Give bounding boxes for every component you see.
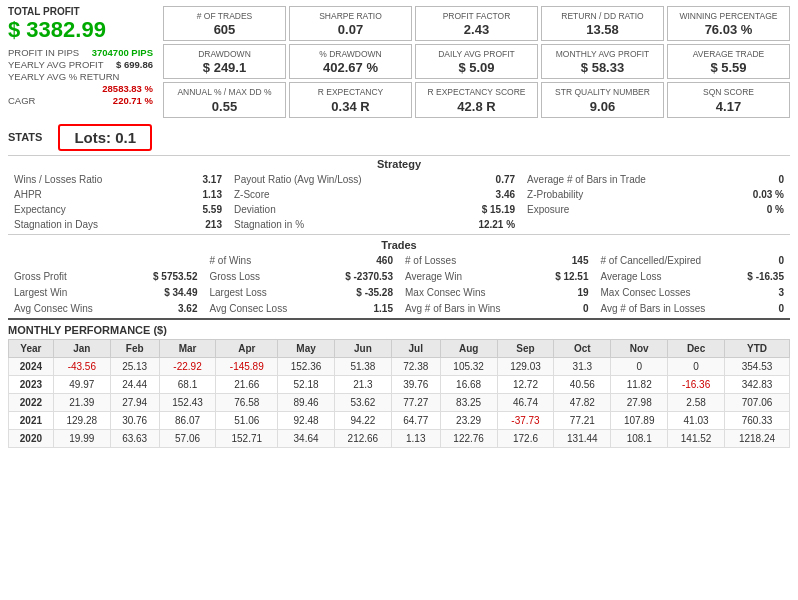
monthly-cell: 68.1 [159,375,216,393]
monthly-cell: 47.82 [554,393,611,411]
stat-pct-drawdown: % DRAWDOWN 402.67 % [289,44,412,79]
strategy-table: Wins / Losses Ratio 3.17 Payout Ratio (A… [8,172,790,232]
trades-cancelled-cell: # of Cancelled/Expired 0 [595,253,791,268]
stat-return-dd: RETURN / DD RATIO 13.58 [541,6,664,41]
monthly-cell: -37.73 [497,411,554,429]
monthly-cell: 129.28 [53,411,110,429]
monthly-cell: 19.99 [53,429,110,447]
monthly-cell: 172.6 [497,429,554,447]
monthly-cell: 16.68 [440,375,497,393]
yearly-avg-value: $ 699.86 [116,59,153,70]
monthly-cell: 1218.24 [725,429,790,447]
month-col-may: May [278,339,335,357]
monthly-cell: 122.76 [440,429,497,447]
avg-win-cell: Average Win $ 12.51 [399,269,595,284]
monthly-cell: 34.64 [278,429,335,447]
monthly-cell: 76.58 [216,393,278,411]
monthly-cell: 760.33 [725,411,790,429]
strategy-row: Wins / Losses Ratio 3.17 Payout Ratio (A… [8,172,790,187]
strat-label: Deviation [228,202,451,217]
monthly-header-row: Year Jan Feb Mar Apr May Jun Jul Aug Sep… [9,339,790,357]
strat-val: 12.21 % [451,217,521,232]
strat-val: $ 15.19 [451,202,521,217]
avg-loss-cell: Average Loss $ -16.35 [595,269,791,284]
month-col-nov: Nov [611,339,668,357]
stat-daily-avg: DAILY AVG PROFIT $ 5.09 [415,44,538,79]
yearly-pct-value: 28583.83 % [8,83,153,94]
monthly-title: MONTHLY PERFORMANCE ($) [8,318,790,339]
monthly-cell: 342.83 [725,375,790,393]
monthly-cell: 77.27 [391,393,440,411]
strategy-section: Strategy Wins / Losses Ratio 3.17 Payout… [0,155,798,232]
stat-avg-trade: AVERAGE TRADE $ 5.59 [667,44,790,79]
trades-largest-row: Largest Win $ 34.49 Largest Loss $ -35.2… [8,285,790,300]
monthly-cell: 21.39 [53,393,110,411]
profit-pips-value: 3704700 PIPS [92,47,153,58]
trades-losses-cell: # of Losses 145 [399,253,595,268]
cagr-label: CAGR [8,95,35,106]
month-col-feb: Feb [110,339,159,357]
monthly-cell: 92.48 [278,411,335,429]
gross-loss-cell: Gross Loss $ -2370.53 [204,269,400,284]
lots-display: Lots: 0.1 [58,124,152,151]
monthly-cell: 108.1 [611,429,668,447]
monthly-cell: -16.36 [668,375,725,393]
monthly-cell: 1.13 [391,429,440,447]
strat-label: AHPR [8,187,148,202]
month-col-year: Year [9,339,54,357]
stat-monthly-avg: MONTHLY AVG PROFIT $ 58.33 [541,44,664,79]
monthly-cell: 2024 [9,357,54,375]
monthly-data-row: 202349.9724.4468.121.6652.1821.339.7616.… [9,375,790,393]
strat-val: 213 [148,217,228,232]
monthly-cell: 152.36 [278,357,335,375]
month-col-jun: Jun [334,339,391,357]
monthly-cell: 107.89 [611,411,668,429]
monthly-cell: 24.44 [110,375,159,393]
strategy-row: Expectancy 5.59 Deviation $ 15.19 Exposu… [8,202,790,217]
monthly-cell: 94.22 [334,411,391,429]
monthly-cell: -22.92 [159,357,216,375]
top-stats-row: # OF TRADES 605 SHARPE RATIO 0.07 PROFIT… [163,6,790,41]
trades-spacer [8,253,204,268]
monthly-cell: 23.29 [440,411,497,429]
strategy-row: Stagnation in Days 213 Stagnation in % 1… [8,217,790,232]
strat-label: Average # of Bars in Trade [521,172,730,187]
strat-val: 3.17 [148,172,228,187]
trades-gross-row: Gross Profit $ 5753.52 Gross Loss $ -237… [8,269,790,284]
month-col-jul: Jul [391,339,440,357]
monthly-cell: 31.3 [554,357,611,375]
monthly-cell: 11.82 [611,375,668,393]
monthly-cell: 27.94 [110,393,159,411]
monthly-cell: 105.32 [440,357,497,375]
cagr-value: 220.71 % [113,95,153,106]
monthly-cell: 141.52 [668,429,725,447]
monthly-cell: 707.06 [725,393,790,411]
monthly-cell: 2022 [9,393,54,411]
strat-label: Stagnation in % [228,217,451,232]
monthly-cell: 131.44 [554,429,611,447]
monthly-cell: 212.66 [334,429,391,447]
strat-label: Exposure [521,202,730,217]
monthly-cell: 354.53 [725,357,790,375]
profit-pips-label: PROFIT IN PIPS [8,47,79,58]
monthly-cell: 72.38 [391,357,440,375]
monthly-cell: 53.62 [334,393,391,411]
stat-r-expectancy-score: R EXPECTANCY SCORE 42.8 R [415,82,538,117]
monthly-cell: 83.25 [440,393,497,411]
gross-profit-cell: Gross Profit $ 5753.52 [8,269,204,284]
strategy-row: AHPR 1.13 Z-Score 3.46 Z-Probability 0.0… [8,187,790,202]
monthly-cell: 0 [611,357,668,375]
stat-str-quality: STR QUALITY NUMBER 9.06 [541,82,664,117]
strat-label: Wins / Losses Ratio [8,172,148,187]
strat-label: Z-Probability [521,187,730,202]
monthly-cell: 2021 [9,411,54,429]
monthly-cell: 12.72 [497,375,554,393]
strat-label: Stagnation in Days [8,217,148,232]
monthly-cell: 63.63 [110,429,159,447]
avg-bars-wins-cell: Avg # of Bars in Wins 0 [399,301,595,316]
month-col-sep: Sep [497,339,554,357]
strat-val: 0 % [730,202,790,217]
monthly-cell: 0 [668,357,725,375]
monthly-cell: 2020 [9,429,54,447]
strategy-title: Strategy [8,155,790,172]
